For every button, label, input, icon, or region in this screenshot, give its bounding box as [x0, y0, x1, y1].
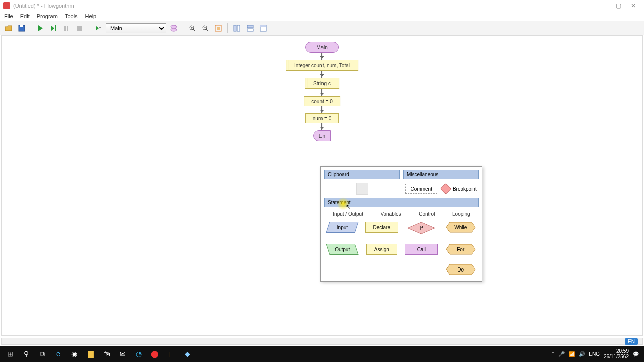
save-icon[interactable]: [16, 23, 27, 34]
tray-mic-icon[interactable]: 🎤: [558, 351, 565, 357]
node-declare-2[interactable]: String c: [307, 78, 337, 89]
svg-point-7: [171, 28, 177, 31]
svg-line-9: [193, 29, 195, 31]
svg-rect-4: [67, 26, 68, 31]
breakpoint-label: Breakpoint: [453, 186, 477, 192]
step-icon[interactable]: [48, 23, 59, 34]
record-icon[interactable]: ⬤: [147, 347, 163, 361]
pause-icon[interactable]: [61, 23, 72, 34]
windows-taskbar: ⊞ ⚲ ⧉ e ◉ ▇ 🛍 ✉ ◔ ⬤ ▤ ◆ ˄ 🎤 📶 🔊 ENG 20:5…: [0, 346, 644, 362]
svg-rect-17: [234, 25, 236, 31]
store-icon[interactable]: 🛍: [99, 347, 115, 361]
horizontal-scrollbar[interactable]: [1, 338, 643, 345]
node-assign-1[interactable]: count = 0: [304, 96, 340, 106]
comment-shape[interactable]: Comment: [405, 184, 437, 194]
tray-lang[interactable]: ENG: [589, 351, 600, 357]
breakpoint-icon[interactable]: [440, 183, 452, 195]
tray-notifications-icon[interactable]: 💬: [633, 351, 639, 357]
paste-icon[interactable]: [356, 183, 368, 195]
tray-clock[interactable]: 20:59 26/11/2562: [604, 348, 629, 359]
svg-rect-3: [64, 26, 66, 31]
cat-io: Input / Output: [333, 211, 363, 217]
shape-input[interactable]: Input: [326, 222, 359, 233]
open-icon[interactable]: [3, 23, 14, 34]
svg-rect-5: [77, 26, 82, 31]
statement-header: Statement ↖: [324, 198, 479, 207]
shape-if[interactable]: If: [407, 222, 436, 235]
flowchart-canvas[interactable]: Main Integer count, num, Total String c …: [1, 35, 643, 336]
svg-rect-2: [55, 25, 56, 31]
svg-rect-18: [237, 25, 240, 31]
node-assign-2[interactable]: num = 0: [305, 113, 339, 123]
zoom-fit-icon[interactable]: [213, 23, 224, 34]
svg-rect-16: [217, 27, 220, 30]
menu-help[interactable]: Help: [85, 13, 97, 19]
speed-icon[interactable]: [93, 23, 104, 34]
svg-line-13: [206, 29, 208, 31]
menu-edit[interactable]: Edit: [20, 13, 30, 19]
menu-file[interactable]: File: [4, 13, 13, 19]
menu-program[interactable]: Program: [37, 13, 58, 19]
shape-output[interactable]: Output: [326, 244, 359, 255]
node-end-partial[interactable]: En: [313, 130, 331, 141]
tray-volume-icon[interactable]: 🔊: [579, 351, 585, 357]
flowchart: Main Integer count, num, Total String c …: [288, 42, 356, 141]
cat-ctrl: Control: [419, 211, 435, 217]
menu-bar: File Edit Program Tools Help: [0, 11, 644, 21]
shape-for[interactable]: For: [446, 244, 476, 255]
misc-header: Miscellaneous: [403, 170, 479, 179]
edge-icon[interactable]: e: [50, 347, 66, 361]
start-button[interactable]: ⊞: [2, 347, 18, 361]
ime-badge[interactable]: EN: [625, 338, 638, 345]
shape-assign[interactable]: Assign: [366, 244, 397, 255]
svg-rect-1: [20, 25, 23, 27]
function-select[interactable]: Main: [106, 23, 166, 33]
flow-arrow: [321, 71, 322, 78]
chrome-icon[interactable]: ◉: [66, 347, 83, 361]
add-func-icon[interactable]: [168, 23, 179, 34]
stop-icon[interactable]: [74, 23, 85, 34]
maximize-button[interactable]: ▢: [611, 2, 626, 9]
svg-point-6: [171, 25, 177, 28]
node-declare-1[interactable]: Integer count, num, Total: [288, 60, 356, 71]
system-tray: ˄ 🎤 📶 🔊 ENG 20:59 26/11/2562 💬: [552, 348, 642, 359]
cat-loop: Looping: [452, 211, 470, 217]
shape-while[interactable]: While: [446, 222, 476, 233]
mail-icon[interactable]: ✉: [115, 347, 131, 361]
zoom-in-icon[interactable]: [187, 23, 198, 34]
flowgorithm-taskbar-icon[interactable]: ◆: [179, 347, 195, 361]
window-title: (Untitled) * - Flowgorithm: [13, 3, 596, 9]
app-icon-1[interactable]: ◔: [131, 347, 147, 361]
zoom-out-icon[interactable]: [200, 23, 211, 34]
app-icon-2[interactable]: ▤: [163, 347, 179, 361]
title-bar: (Untitled) * - Flowgorithm — ▢ ✕: [0, 0, 644, 11]
search-icon[interactable]: ⚲: [18, 347, 34, 361]
layout1-icon[interactable]: [231, 23, 243, 34]
app-icon: [3, 2, 10, 9]
toolbar: Main: [0, 21, 644, 35]
close-button[interactable]: ✕: [626, 2, 641, 9]
flow-arrow: [321, 89, 322, 96]
shape-call[interactable]: Call: [407, 244, 436, 255]
svg-rect-22: [260, 25, 266, 27]
clipboard-header: Clipboard: [324, 170, 400, 179]
svg-rect-20: [247, 29, 253, 31]
menu-tools[interactable]: Tools: [65, 13, 78, 19]
flow-arrow: [321, 53, 322, 60]
run-icon[interactable]: [35, 23, 46, 34]
layout3-icon[interactable]: [258, 23, 269, 34]
shape-do[interactable]: Do: [446, 264, 476, 275]
insert-shape-popup: Clipboard Miscellaneous Comment Breakpoi…: [320, 166, 482, 282]
flow-arrow: [321, 123, 322, 130]
shape-declare[interactable]: Declare: [367, 222, 396, 233]
cat-vars: Variables: [381, 211, 401, 217]
tray-wifi-icon[interactable]: 📶: [569, 351, 575, 357]
minimize-button[interactable]: —: [596, 2, 611, 9]
taskview-icon[interactable]: ⧉: [34, 347, 50, 361]
explorer-icon[interactable]: ▇: [83, 347, 99, 361]
svg-rect-19: [247, 25, 253, 28]
tray-chevron-icon[interactable]: ˄: [552, 351, 554, 357]
node-main[interactable]: Main: [305, 42, 339, 53]
flow-arrow: [321, 106, 322, 113]
layout2-icon[interactable]: [245, 23, 256, 34]
